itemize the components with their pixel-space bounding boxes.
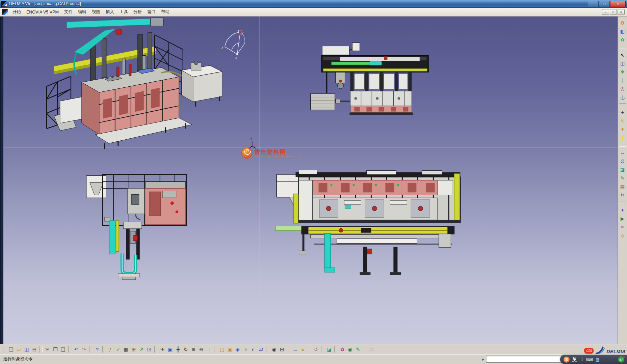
menu-help[interactable]: 帮助 [158, 8, 172, 16]
knowledge-template-icon[interactable]: ⊞ [130, 345, 137, 353]
track-icon[interactable]: ≈ [619, 223, 626, 231]
bottom-toolbar: ❏▱◫⊟✂❐❑↶↷?ƒ✓▦⊞↗⊡✈▣╋↻⊕⊖⊥◰▣◈◑◐⇄◉⊟↔▲↺◪✿◉✎∷ [0, 344, 627, 354]
toolbar-separator [68, 346, 71, 353]
named-views-icon[interactable]: ▣ [226, 345, 234, 353]
sectioning-icon[interactable]: ◪ [325, 345, 333, 353]
dmu-review-icon[interactable]: ✦ [619, 206, 626, 214]
security-count-badge[interactable]: 97 [618, 356, 624, 363]
shading-mode-icon[interactable]: ◑ [242, 345, 249, 353]
menu-tools[interactable]: 工具 [117, 8, 131, 16]
document-minimize-button[interactable]: – [602, 9, 609, 15]
cut-icon[interactable]: ✂ [44, 345, 51, 353]
ime-toolbar[interactable]: S 英 ☽ ⌨ ▦ 97 [560, 355, 627, 364]
workbench-mini-icon[interactable] [2, 9, 8, 15]
menu-insert[interactable]: 插入 [103, 8, 117, 16]
title-bar[interactable]: DELMIA V5 - [zongzhuang.CATProduct] –□× [0, 0, 627, 8]
zoom-in-icon[interactable]: ⊕ [190, 345, 197, 353]
3d-viewport[interactable]: x y z y x z 智造资料网 INTELLIGENT MANUFACTUR… [3, 17, 618, 344]
copy-icon[interactable]: ❐ [52, 345, 59, 353]
normal-view-icon[interactable]: ⊥ [205, 345, 213, 353]
document-close-button[interactable]: × [618, 9, 625, 15]
ime-language-toggle[interactable]: 英 [572, 357, 577, 363]
paint-workbench-icon[interactable]: ◧ [619, 28, 626, 35]
measure-between-icon[interactable]: ↔ [619, 149, 626, 157]
whats-this-icon[interactable]: ? [94, 345, 101, 353]
robot-task-icon[interactable]: ◇ [619, 232, 626, 239]
workbench-icon[interactable]: ⚙ [619, 19, 626, 27]
promo-badge[interactable]: 点我 [584, 348, 594, 354]
side-view-drawing[interactable] [311, 43, 429, 115]
rotate-icon[interactable]: ↻ [182, 345, 189, 353]
hide-show-icon[interactable]: ◐ [250, 345, 257, 353]
menu-window[interactable]: 窗口 [145, 8, 158, 16]
window-maximize-button[interactable]: □ [599, 1, 610, 7]
contact-constraint-icon[interactable]: ◎ [619, 85, 626, 92]
document-restore-button[interactable]: □ [610, 9, 617, 15]
measure-item-icon[interactable]: ∅ [619, 158, 626, 165]
window-minimize-button[interactable]: – [588, 1, 599, 7]
right-toolbar: ⚙◧✿↖◫❖∥◎⚓+↯∗⚡↔∅◪✎▤↻✦▶≈◇ [618, 17, 627, 344]
workspace: x y z y x z 智造资料网 INTELLIGENT MANUFACTUR… [0, 17, 627, 344]
iso-view-icon[interactable]: ◈ [234, 345, 241, 353]
coincidence-constraint-icon[interactable]: ∥ [619, 77, 626, 84]
iso-view-drawing[interactable] [47, 18, 222, 149]
design-table-icon[interactable]: ▦ [122, 345, 130, 353]
fix-constraint-icon[interactable]: ⚓ [619, 93, 626, 101]
undo-icon[interactable]: ↶ [73, 345, 80, 353]
product-structure-icon[interactable]: ◫ [619, 60, 626, 67]
select-icon[interactable]: ↖ [619, 51, 626, 59]
formula-icon[interactable]: ƒ [107, 345, 114, 353]
ime-keyboard-icon[interactable]: ⌨ [586, 357, 593, 362]
front-view-drawing[interactable] [86, 174, 186, 280]
view-compass[interactable]: x y z [221, 30, 245, 60]
ime-fullhalf-icon[interactable]: ☽ [579, 357, 583, 362]
fly-mode-icon[interactable]: ✈ [159, 345, 166, 353]
clash-icon[interactable]: ⚡ [619, 134, 626, 141]
zoom-out-icon[interactable]: ⊖ [198, 345, 205, 353]
front-elevation-drawing[interactable] [276, 170, 461, 275]
move-icon[interactable]: + [619, 109, 626, 116]
simulation-icon[interactable]: ▶ [619, 215, 626, 222]
camera-icon[interactable]: ◉ [270, 345, 278, 353]
quick-print-icon[interactable]: ⊟ [278, 345, 286, 353]
multi-view-icon[interactable]: ◰ [218, 345, 226, 353]
pan-icon[interactable]: ╋ [174, 345, 182, 353]
menu-analyze[interactable]: 分析 [131, 8, 145, 16]
save-icon[interactable]: ◫ [23, 345, 30, 353]
update-icon[interactable]: ↺ [312, 345, 320, 353]
print-icon[interactable]: ⊟ [31, 345, 38, 353]
powercopy-icon[interactable]: ↗ [138, 345, 145, 353]
render-tools-icon[interactable]: ✿ [339, 345, 346, 353]
watermark-title: 智造资料网 [254, 149, 303, 155]
new-document-icon[interactable]: ❏ [7, 345, 15, 353]
catalog-browser-icon[interactable]: ▤ [619, 183, 626, 190]
smart-move-icon[interactable]: ↯ [619, 117, 626, 124]
menu-start[interactable]: 开始 [10, 8, 24, 16]
assembly-design-icon[interactable]: ✿ [619, 36, 626, 44]
section-analysis-icon[interactable]: ◪ [619, 166, 626, 173]
paste-icon[interactable]: ❑ [59, 345, 67, 353]
object-browser-icon[interactable]: ⊡ [146, 345, 153, 353]
menu-enovia[interactable]: ENOVIA V5 VPM [24, 8, 61, 16]
capture-icon[interactable]: ◉ [346, 345, 354, 353]
open-icon[interactable]: ▱ [15, 345, 23, 353]
annotations-icon[interactable]: ✎ [619, 174, 626, 182]
menu-file[interactable]: 文件 [61, 8, 75, 16]
window-close-button[interactable]: × [610, 1, 626, 7]
annotation-icon[interactable]: ✎ [354, 345, 362, 353]
grid-icon[interactable]: ∷ [367, 345, 375, 353]
insert-component-icon[interactable]: ❖ [619, 68, 626, 76]
update-assembly-icon[interactable]: ↻ [619, 191, 626, 199]
redo-icon[interactable]: ↷ [80, 345, 88, 353]
mass-properties-icon[interactable]: ▲ [299, 345, 307, 353]
check-analysis-icon[interactable]: ✓ [114, 345, 122, 353]
ime-logo-icon[interactable]: S [564, 357, 570, 363]
menu-view[interactable]: 视图 [89, 8, 103, 16]
toolbar-separator [102, 346, 105, 353]
fit-all-icon[interactable]: ▣ [166, 345, 174, 353]
ime-toolbox-icon[interactable]: ▦ [596, 357, 599, 362]
explode-icon[interactable]: ∗ [619, 125, 626, 133]
measure-icon[interactable]: ↔ [291, 345, 299, 353]
swap-space-icon[interactable]: ⇄ [257, 345, 265, 353]
menu-edit[interactable]: 编辑 [75, 8, 89, 16]
